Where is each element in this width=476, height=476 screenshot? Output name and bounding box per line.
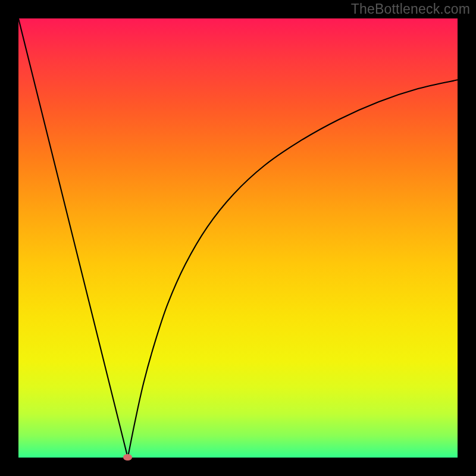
min-marker bbox=[123, 454, 132, 461]
chart-container: TheBottleneck.com bbox=[0, 0, 476, 476]
plot-area bbox=[18, 18, 458, 458]
curve-svg bbox=[18, 18, 458, 458]
curve-path bbox=[18, 18, 458, 458]
watermark-text: TheBottleneck.com bbox=[351, 1, 470, 17]
